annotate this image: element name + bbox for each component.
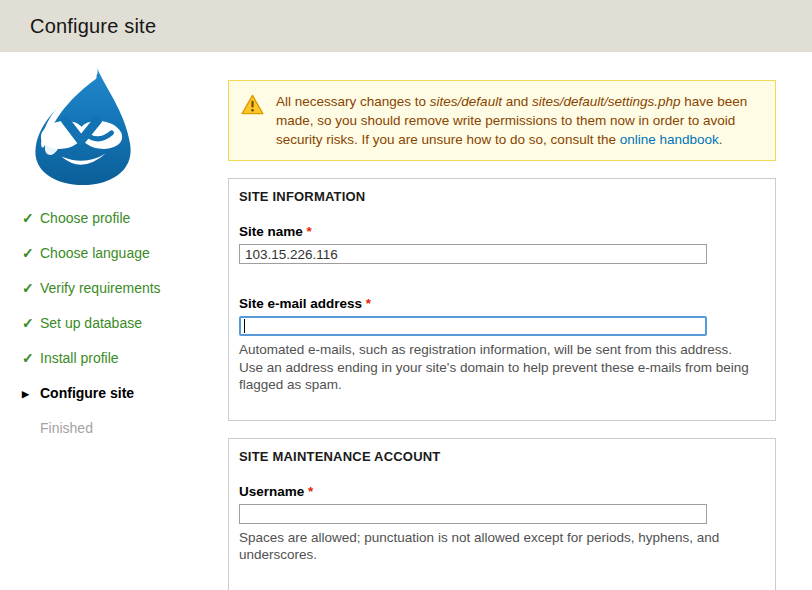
step-set-up-database: ✓ Set up database [22, 315, 228, 331]
online-handbook-link[interactable]: online handbook [620, 132, 719, 147]
step-label: Set up database [40, 315, 142, 331]
check-icon: ✓ [22, 210, 40, 226]
site-information-fieldset: SITE INFORMATION Site name * Site e-mail… [228, 178, 776, 421]
step-install-profile: ✓ Install profile [22, 350, 228, 366]
path-sites-default: sites/default [430, 94, 502, 109]
check-icon: ✓ [22, 280, 40, 296]
step-configure-site-current: ▶ Configure site [22, 385, 228, 401]
site-email-form-item: Site e-mail address * Automated e-mails,… [239, 296, 761, 394]
username-description: Spaces are allowed; punctuation is not a… [239, 529, 749, 564]
step-label: Configure site [40, 385, 134, 401]
step-choose-language: ✓ Choose language [22, 245, 228, 261]
username-form-item: Username * Spaces are allowed; punctuati… [239, 484, 761, 564]
username-label: Username * [239, 484, 761, 499]
check-icon: ✓ [22, 315, 40, 331]
site-email-label: Site e-mail address * [239, 296, 761, 311]
site-name-label: Site name * [239, 224, 761, 239]
required-marker: * [307, 224, 312, 239]
username-input[interactable] [239, 504, 707, 524]
step-label: Choose profile [40, 210, 130, 226]
text-cursor [244, 319, 245, 333]
step-label: Install profile [40, 350, 119, 366]
site-information-legend: SITE INFORMATION [239, 187, 761, 204]
required-marker: * [308, 484, 313, 499]
site-name-form-item: Site name * [239, 224, 761, 264]
step-choose-profile: ✓ Choose profile [22, 210, 228, 226]
check-icon: ✓ [22, 245, 40, 261]
warning-text: All necessary changes to sites/default a… [276, 92, 761, 149]
site-maintenance-account-fieldset: SITE MAINTENANCE ACCOUNT Username * Spac… [228, 438, 776, 590]
page-header: Configure site [0, 0, 812, 52]
check-icon: ✓ [22, 350, 40, 366]
site-name-input[interactable] [239, 244, 707, 264]
step-label: Choose language [40, 245, 150, 261]
current-step-arrow-icon: ▶ [22, 389, 40, 399]
site-email-input[interactable] [239, 316, 707, 336]
content-area: ✓ Choose profile ✓ Choose language ✓ Ver… [0, 52, 812, 590]
site-maintenance-account-legend: SITE MAINTENANCE ACCOUNT [239, 447, 761, 464]
install-task-list: ✓ Choose profile ✓ Choose language ✓ Ver… [22, 210, 228, 436]
page-title: Configure site [30, 15, 156, 38]
sidebar: ✓ Choose profile ✓ Choose language ✓ Ver… [0, 52, 228, 590]
step-label: Verify requirements [40, 280, 161, 296]
main-column: All necessary changes to sites/default a… [228, 52, 776, 590]
site-email-description: Automated e-mails, such as registration … [239, 341, 749, 394]
required-marker: * [366, 296, 371, 311]
step-label: Finished [40, 420, 93, 436]
drupal-logo-icon [20, 64, 146, 188]
warning-message: All necessary changes to sites/default a… [228, 80, 776, 161]
warning-triangle-icon [241, 94, 264, 115]
path-settings-php: sites/default/settings.php [532, 94, 681, 109]
step-verify-requirements: ✓ Verify requirements [22, 280, 228, 296]
step-finished: Finished [22, 420, 228, 436]
